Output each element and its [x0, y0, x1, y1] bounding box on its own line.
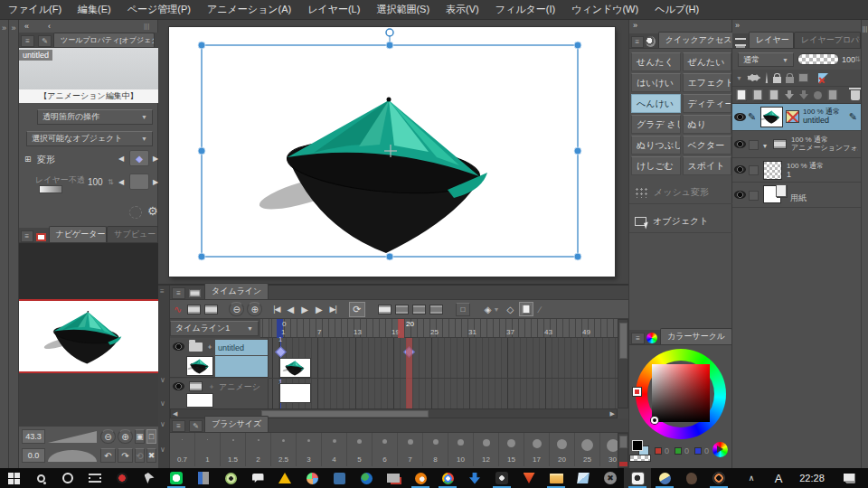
folder-expand-icon[interactable]: ▾	[763, 142, 767, 150]
alert-app-button[interactable]	[271, 468, 298, 488]
menu-window[interactable]: ウィンドウ(W)	[563, 3, 646, 16]
reference-layer-icon[interactable]	[765, 72, 769, 83]
new-layer-icon[interactable]	[737, 89, 746, 100]
chevron-left-icon[interactable]: ‹	[48, 22, 51, 31]
color-mode-toggle[interactable]	[712, 442, 728, 457]
collapse-panel-icon[interactable]: »	[633, 21, 637, 30]
layer-visibility-toggle[interactable]	[734, 140, 746, 148]
capture-app-button[interactable]	[326, 468, 353, 488]
brush-size-item[interactable]: 12	[474, 433, 499, 466]
qa-button-gradation[interactable]: グラデ さし	[631, 115, 681, 134]
zoom-slider[interactable]	[48, 431, 97, 443]
layer-thumbnail[interactable]	[763, 161, 782, 180]
next-frame-button[interactable]: ▶	[316, 305, 323, 314]
brush-size-item[interactable]: 8	[423, 433, 448, 466]
zoom-in-button[interactable]: ⊕	[118, 429, 133, 444]
rotation-degrees-value[interactable]: 0.0	[22, 448, 45, 463]
layer-opacity-value[interactable]: 100	[842, 55, 855, 64]
keyframe-prev-icon[interactable]: ◀	[118, 155, 124, 163]
flip-horizontal-button[interactable]: ✖	[146, 448, 156, 463]
main-color-swatch[interactable]	[632, 440, 643, 451]
timeline-ruler[interactable]: 0	[260, 319, 618, 338]
add-keyframe-track-icon[interactable]: ＋	[206, 342, 213, 352]
keyframe-disabled-icon[interactable]	[786, 110, 799, 123]
scroll-right-icon[interactable]: ▶	[610, 410, 615, 418]
lock-layer-icon[interactable]	[773, 77, 781, 83]
panel-menu-icon[interactable]: ≡	[631, 36, 644, 48]
collapsed-rail-2[interactable]: »	[9, 20, 19, 468]
qa-object-item[interactable]: オブジェクト	[629, 210, 733, 233]
ruler-flag-icon[interactable]	[818, 73, 828, 83]
new-vector-layer-icon[interactable]	[753, 89, 762, 100]
layer-checkbox[interactable]	[749, 191, 759, 201]
menu-page-manage[interactable]: ページ管理(P)	[119, 3, 199, 16]
line-app-button[interactable]	[163, 468, 190, 488]
playhead-ruler-head[interactable]	[398, 319, 404, 338]
clock[interactable]: 22:28	[792, 468, 832, 488]
qa-button-effect[interactable]: エフェクト	[683, 73, 732, 92]
printer-app-button[interactable]	[380, 468, 407, 488]
resolve-app-button[interactable]	[298, 468, 326, 488]
skip-start-button[interactable]: |◀	[273, 305, 279, 314]
onion-settings-icon[interactable]: ◈	[485, 305, 492, 314]
layer-row-cel-1[interactable]: 100 % 通常 1	[732, 158, 861, 183]
fit-view-button[interactable]: ▣	[135, 429, 145, 444]
tray-expand-button[interactable]: ∧	[738, 468, 765, 488]
menu-view[interactable]: 表示(V)	[438, 3, 487, 16]
onion-skin-off-icon[interactable]	[429, 305, 443, 314]
zoom-out-button[interactable]: ⊖	[100, 429, 116, 444]
transform-expand-icon[interactable]: ⊞	[24, 155, 32, 164]
qa-button-select[interactable]: せんたく	[631, 52, 681, 71]
layer-name[interactable]: untitled	[803, 116, 840, 125]
task-view-button[interactable]	[81, 468, 108, 488]
zoom-percent-value[interactable]: 43.3	[22, 429, 45, 444]
clip-thumbnail[interactable]	[279, 358, 311, 378]
timeline-zoom-in-button[interactable]: ⊕	[247, 302, 262, 316]
collapse-panel-icon[interactable]: «	[24, 22, 29, 31]
close-app-button[interactable]: ✖	[597, 468, 624, 488]
skip-end-button[interactable]: ▶|	[330, 305, 336, 314]
messaging-app-button[interactable]	[244, 468, 271, 488]
panel-menu-icon[interactable]: ≡	[172, 420, 185, 432]
qa-button-eyedropper[interactable]: スポイト	[683, 156, 732, 175]
qa-button-vector[interactable]: ベクター	[683, 136, 732, 155]
blender-app-button[interactable]	[407, 468, 434, 488]
tab-color-circle[interactable]: カラーサークル	[660, 328, 732, 344]
pin-app-button[interactable]	[136, 468, 163, 488]
menu-filter[interactable]: フィルター(I)	[487, 3, 563, 16]
menu-layer[interactable]: レイヤー(L)	[299, 3, 368, 16]
layer-name[interactable]: 1	[787, 170, 824, 179]
download-app-button[interactable]	[461, 468, 488, 488]
rotate-handle[interactable]	[386, 29, 393, 36]
sv-selector[interactable]	[651, 417, 658, 424]
layer-checkbox[interactable]	[749, 165, 759, 175]
cortana-button[interactable]	[54, 468, 81, 488]
navigator-preview[interactable]	[19, 301, 158, 371]
brush-size-item[interactable]: 6	[373, 433, 398, 466]
track1-name[interactable]: untitled	[215, 340, 268, 355]
saturation-value-square[interactable]	[652, 364, 710, 422]
onion-dropdown-icon[interactable]: ▼	[494, 306, 500, 313]
qa-mesh-transform-item[interactable]: メッシュ変形	[629, 181, 733, 204]
layer-opacity-value[interactable]: 100	[88, 177, 103, 187]
menu-animation[interactable]: アニメーション(A)	[199, 3, 299, 16]
explorer-button[interactable]	[542, 468, 570, 488]
brush-size-item[interactable]: 2.5	[271, 433, 297, 466]
brush-size-item[interactable]: 4	[322, 433, 347, 466]
merge-down-icon[interactable]	[785, 90, 794, 99]
ring-app-button[interactable]	[705, 468, 732, 488]
more-dropdown-icon[interactable]: ▼	[736, 75, 742, 81]
track2-name[interactable]: アニメーシ	[219, 381, 268, 393]
reset-rotate-button[interactable]: ⟲	[135, 448, 145, 463]
transfer-icon[interactable]	[828, 89, 837, 100]
recorder-button[interactable]	[108, 468, 136, 488]
panel-menu-icon[interactable]: ≡	[172, 287, 185, 299]
camera-app-button[interactable]	[488, 468, 515, 488]
brush-size-item[interactable]: 0.7	[170, 433, 195, 466]
layer-visibility-toggle[interactable]	[734, 191, 746, 199]
layer-row-animation-folder[interactable]: ▾ 100 % 通常 アニメーションフォルダー : 1	[732, 132, 861, 158]
qa-button-fill[interactable]: ぬりつぶし	[631, 136, 681, 155]
qa-button-transform[interactable]: へんけい	[631, 94, 681, 113]
add-cel-icon[interactable]: ＋	[208, 381, 215, 391]
brush-size-item[interactable]: 2	[246, 433, 271, 466]
